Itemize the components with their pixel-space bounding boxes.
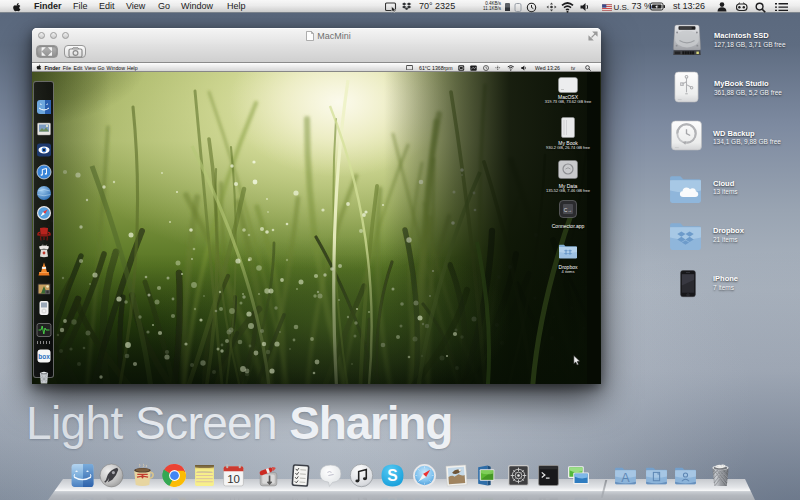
svg-text:A: A [621, 492, 630, 500]
svg-text:box: box [38, 353, 50, 360]
svg-text:S: S [387, 467, 397, 484]
svg-text:10: 10 [227, 473, 240, 485]
svg-text:10: 10 [227, 492, 240, 500]
svg-text:C→: C→ [564, 207, 573, 213]
svg-text:A: A [621, 471, 630, 485]
svg-text:S: S [387, 493, 397, 500]
